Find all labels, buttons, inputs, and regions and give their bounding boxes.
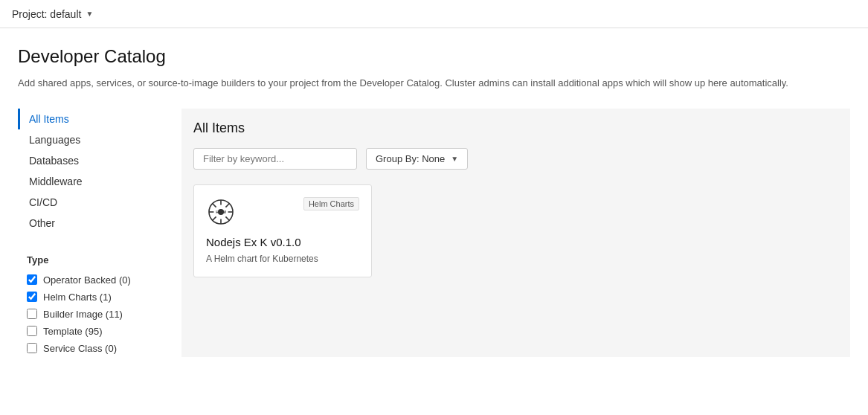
svg-line-7 — [225, 216, 229, 220]
card-header-nodejs-ex-k: HELM Helm Charts — [206, 197, 359, 227]
type-filter-service-class-label: Service Class (0) — [43, 343, 117, 354]
type-filter-template-label: Template (95) — [43, 326, 102, 337]
type-filter-builder-image-checkbox[interactable] — [27, 309, 37, 319]
type-filter-operator-backed[interactable]: Operator Backed (0) — [18, 271, 170, 289]
type-filter-list: Operator Backed (0) Helm Charts (1) Buil… — [18, 271, 170, 357]
sidebar-item-middleware[interactable]: Middleware — [18, 171, 170, 192]
sidebar: All Items Languages Databases Middleware… — [18, 109, 181, 357]
svg-line-6 — [213, 203, 216, 207]
svg-line-9 — [213, 216, 216, 220]
group-by-label: Group By: None — [376, 153, 445, 164]
page-description: Add shared apps, services, or source-to-… — [18, 76, 850, 91]
type-filter-helm-charts-checkbox[interactable] — [27, 292, 37, 302]
sidebar-item-ci-cd[interactable]: CI/CD — [18, 192, 170, 213]
project-selector-label: Project: default — [12, 8, 81, 20]
keyword-filter-input[interactable] — [193, 148, 357, 170]
svg-line-8 — [225, 203, 229, 207]
type-filter-service-class-checkbox[interactable] — [27, 343, 37, 353]
sidebar-item-databases[interactable]: Databases — [18, 150, 170, 171]
sidebar-item-other[interactable]: Other — [18, 213, 170, 234]
type-filter-service-class[interactable]: Service Class (0) — [18, 340, 170, 357]
project-selector[interactable]: Project: default ▼ — [12, 8, 93, 20]
project-selector-chevron: ▼ — [86, 10, 93, 18]
group-by-chevron: ▼ — [451, 155, 458, 163]
sidebar-item-languages[interactable]: Languages — [18, 129, 170, 150]
type-filter-builder-image-label: Builder Image (11) — [43, 309, 123, 320]
filter-bar: Group By: None ▼ — [193, 148, 838, 170]
card-description-nodejs-ex-k: A Helm chart for Kubernetes — [206, 253, 359, 266]
cards-grid: HELM Helm Charts Nodejs Ex K v0.1.0 A He… — [193, 184, 838, 278]
type-section-label: Type — [18, 254, 170, 266]
main-content: Developer Catalog Add shared apps, servi… — [0, 28, 868, 375]
type-filter-helm-charts[interactable]: Helm Charts (1) — [18, 289, 170, 306]
card-title-nodejs-ex-k: Nodejs Ex K v0.1.0 — [206, 236, 359, 248]
type-filter-template-checkbox[interactable] — [27, 326, 37, 336]
type-filter-operator-backed-label: Operator Backed (0) — [43, 274, 131, 286]
svg-text:HELM: HELM — [216, 210, 226, 214]
content-header: All Items — [193, 120, 838, 136]
top-bar: Project: default ▼ — [0, 0, 868, 28]
page-title: Developer Catalog — [18, 46, 850, 67]
sidebar-item-all-items[interactable]: All Items — [18, 109, 170, 129]
group-by-select[interactable]: Group By: None ▼ — [366, 148, 468, 170]
card-badge-nodejs-ex-k: Helm Charts — [303, 197, 359, 210]
body-layout: All Items Languages Databases Middleware… — [18, 109, 850, 357]
type-filter-operator-backed-checkbox[interactable] — [27, 274, 37, 285]
type-filter-builder-image[interactable]: Builder Image (11) — [18, 306, 170, 323]
type-filter-template[interactable]: Template (95) — [18, 323, 170, 340]
type-filter-helm-charts-label: Helm Charts (1) — [43, 292, 112, 303]
sidebar-nav: All Items Languages Databases Middleware… — [18, 109, 170, 234]
content-area: All Items Group By: None ▼ — [181, 109, 850, 357]
helm-logo-icon: HELM — [206, 197, 236, 227]
catalog-card-nodejs-ex-k[interactable]: HELM Helm Charts Nodejs Ex K v0.1.0 A He… — [193, 184, 372, 278]
